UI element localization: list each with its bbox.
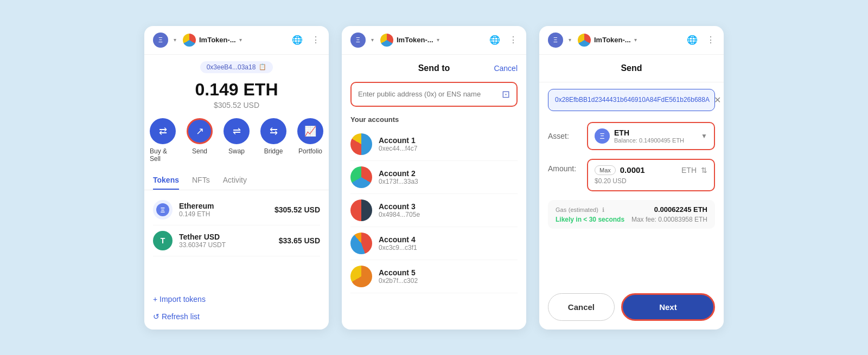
more-options-icon-2[interactable]: ⋮ xyxy=(509,35,518,45)
send-button[interactable]: ↗ Send xyxy=(187,118,213,163)
wallet-chevron-icon[interactable]: ▾ xyxy=(239,37,242,43)
swap-amount-icon[interactable]: ⇅ xyxy=(701,166,707,175)
more-options-icon[interactable]: ⋮ xyxy=(311,35,320,45)
tab-nfts[interactable]: NFTs xyxy=(192,171,210,190)
account-3-info: Account 3 0x4984...705e xyxy=(379,202,420,218)
account-3-name: Account 3 xyxy=(379,202,420,211)
import-tokens-button[interactable]: + Import tokens xyxy=(144,288,329,310)
svg-text:T: T xyxy=(161,236,165,245)
portfolio-button[interactable]: 📈 Portfolio xyxy=(297,118,323,163)
tab-activity[interactable]: Activity xyxy=(223,171,247,190)
cancel-action-button[interactable]: Cancel xyxy=(548,293,615,321)
list-item[interactable]: Account 3 0x4984...705e xyxy=(350,194,518,227)
send-icon: ↗ xyxy=(187,118,213,144)
globe-icon-2[interactable]: 🌐 xyxy=(489,35,500,45)
amount-box: Max 0.0001 ETH ⇅ $0.20 USD xyxy=(587,159,715,191)
token-list: Ξ Ethereum 0.149 ETH $305.52 USD T Tethe… xyxy=(144,190,329,288)
asset-info: ETH Balance: 0.14900495 ETH xyxy=(614,128,697,144)
avatar xyxy=(350,133,372,155)
buy-sell-button[interactable]: ⇄ Buy & Sell xyxy=(150,118,176,163)
dropdown-arrow-icon: ▼ xyxy=(701,132,707,140)
list-item[interactable]: Account 2 0x173f...33a3 xyxy=(350,161,518,194)
list-item[interactable]: T Tether USD 33.60347 USDT $33.65 USD xyxy=(153,225,320,256)
ethereum-name: Ethereum xyxy=(179,202,268,210)
account-2-info: Account 2 0x173f...33a3 xyxy=(379,169,418,185)
account-1-address: 0xec44...f4c7 xyxy=(379,145,417,152)
logo-icon xyxy=(183,34,196,47)
asset-label: Asset: xyxy=(548,132,580,140)
avatar xyxy=(350,199,372,221)
list-item[interactable]: Ξ Ethereum 0.149 ETH $305.52 USD xyxy=(153,195,320,225)
logo-icon-2 xyxy=(380,34,393,47)
send-to-title: Send to xyxy=(418,63,450,73)
wallet-logo: ImToken-... ▾ xyxy=(183,34,242,47)
bridge-icon: ⇆ xyxy=(260,118,286,144)
address-input-wrap: ⊡ xyxy=(350,82,518,107)
wallet-chevron-icon-2[interactable]: ▾ xyxy=(437,37,439,43)
wallet-name-2: ImToken-... xyxy=(397,36,433,44)
balance-section: 0.149 ETH $305.52 USD xyxy=(144,75,329,118)
svg-text:Ξ: Ξ xyxy=(161,206,165,214)
your-accounts-label: Your accounts xyxy=(342,113,526,128)
bridge-button[interactable]: ⇆ Bridge xyxy=(260,118,286,163)
address-input[interactable] xyxy=(358,90,497,98)
scan-icon[interactable]: ⊡ xyxy=(502,88,510,100)
list-item[interactable]: Account 5 0x2b7f...c302 xyxy=(350,260,518,293)
account-1-info: Account 1 0xec44...f4c7 xyxy=(379,136,417,152)
next-button[interactable]: Next xyxy=(621,293,715,321)
cancel-button[interactable]: Cancel xyxy=(494,64,518,73)
top-bar-2: Ξ ▾ ImToken-... ▾ 🌐 ⋮ xyxy=(342,26,526,55)
account-4-name: Account 4 xyxy=(379,235,417,244)
copy-icon[interactable]: 📋 xyxy=(259,63,266,70)
usdt-amount: 33.60347 USDT xyxy=(179,241,272,249)
amount-input-row: Max 0.0001 ETH ⇅ xyxy=(595,165,707,175)
avatar xyxy=(350,166,372,188)
amount-usd: $0.20 USD xyxy=(595,177,707,185)
gas-box: Gas (estimated) ℹ 0.00062245 ETH Likely … xyxy=(548,200,715,229)
gas-top: Gas (estimated) ℹ 0.00062245 ETH xyxy=(556,205,707,214)
avatar xyxy=(350,266,372,287)
more-options-icon-3[interactable]: ⋮ xyxy=(706,35,715,45)
amount-row: Amount: Max 0.0001 ETH ⇅ $0.20 USD xyxy=(539,154,724,196)
wallet-chevron-icon-3[interactable]: ▾ xyxy=(634,37,637,43)
asset-name: ETH xyxy=(614,128,697,137)
account-2-address: 0x173f...33a3 xyxy=(379,178,418,185)
account-3-address: 0x4984...705e xyxy=(379,211,420,218)
to-address-text: 0x28EfbBB1d2344431b646910A84FdE561b26b68… xyxy=(555,95,710,105)
buy-sell-icon: ⇄ xyxy=(150,118,176,144)
swap-icon: ⇌ xyxy=(224,118,250,144)
globe-icon-3[interactable]: 🌐 xyxy=(687,35,698,45)
globe-icon[interactable]: 🌐 xyxy=(292,35,303,45)
usdt-name: Tether USD xyxy=(179,233,272,241)
swap-button[interactable]: ⇌ Swap xyxy=(224,118,250,163)
gas-info-icon[interactable]: ℹ xyxy=(602,206,604,213)
asset-row: Asset: Ξ ETH Balance: 0.14900495 ETH ▼ xyxy=(539,118,724,154)
amount-value: 0.0001 xyxy=(620,165,677,175)
network-chevron-icon[interactable]: ▾ xyxy=(174,37,176,43)
amount-label: Amount: xyxy=(548,159,580,173)
account-4-info: Account 4 0xc3c9...c3f1 xyxy=(379,235,417,251)
account-1-name: Account 1 xyxy=(379,136,417,145)
account-5-name: Account 5 xyxy=(379,268,418,277)
ethereum-value: $305.52 USD xyxy=(275,205,320,214)
max-button[interactable]: Max xyxy=(595,165,616,175)
list-item[interactable]: Account 1 0xec44...f4c7 xyxy=(350,128,518,161)
network-chevron-icon-3[interactable]: ▾ xyxy=(569,37,571,43)
refresh-list-button[interactable]: ↺ Refresh list xyxy=(144,310,329,330)
send-to-header: Send to Cancel xyxy=(342,55,526,82)
top-bar-3: Ξ ▾ ImToken-... ▾ 🌐 ⋮ xyxy=(539,26,724,55)
list-item[interactable]: Account 4 0xc3c9...c3f1 xyxy=(350,227,518,260)
network-icon-2: Ξ xyxy=(350,33,366,48)
action-row: Cancel Next xyxy=(539,285,724,330)
address-bar: 0x3eeB4...03a18 📋 xyxy=(144,55,329,75)
clear-address-icon[interactable]: ✕ xyxy=(714,95,721,105)
ethereum-icon: Ξ xyxy=(153,200,173,220)
token-tabs: Tokens NFTs Activity xyxy=(144,171,329,190)
address-chip[interactable]: 0x3eeB4...03a18 📋 xyxy=(200,61,273,73)
avatar xyxy=(350,233,372,254)
network-chevron-icon-2[interactable]: ▾ xyxy=(371,37,374,43)
tab-tokens[interactable]: Tokens xyxy=(153,171,179,190)
asset-balance: Balance: 0.14900495 ETH xyxy=(614,137,697,144)
asset-selector[interactable]: Ξ ETH Balance: 0.14900495 ETH ▼ xyxy=(587,122,715,150)
balance-eth: 0.149 ETH xyxy=(144,80,329,100)
